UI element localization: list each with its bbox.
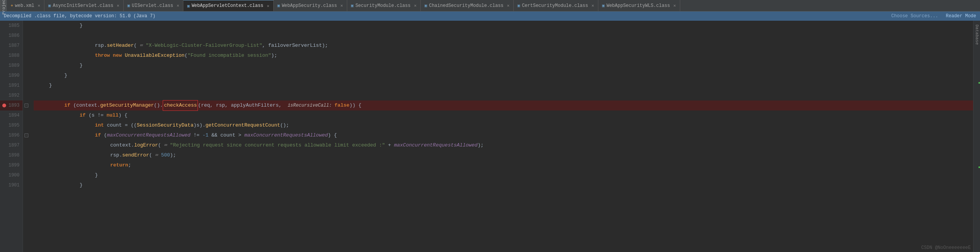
close-icon[interactable]: ✕	[38, 3, 40, 8]
line-num: 1893	[8, 103, 20, 108]
space	[110, 51, 113, 61]
punct: (	[86, 110, 92, 120]
line-num: 1894	[8, 113, 20, 118]
line-num: 1898	[8, 153, 20, 158]
reader-mode-button[interactable]: Reader Mode	[946, 13, 976, 19]
code-line-1894: if (s != null) {	[34, 110, 973, 120]
close-icon[interactable]: ✕	[267, 3, 270, 8]
fold-1896[interactable]: −	[23, 130, 30, 140]
tab-label: WebAppSecurity.class	[282, 3, 337, 8]
tab-chainedsecurity[interactable]: ▣ ChainedSecurityModule.class ✕	[421, 0, 514, 11]
tab-securitymodule[interactable]: ▣ SecurityModule.class ✕	[347, 0, 421, 11]
database-sidebar-label[interactable]: Database	[975, 25, 979, 45]
punct: ,	[262, 41, 268, 51]
brace: }	[49, 81, 52, 91]
var-context: context	[76, 100, 97, 110]
code-line-1887: rsp.setHeader( ≔ "X-WebLogic-Cluster-Fai…	[34, 41, 973, 51]
code-line-1888: throw new UnavailableException("Found in…	[34, 51, 973, 61]
kw-return: return	[110, 160, 128, 170]
var-maxConcurrent2: maxConcurrentRequestsAllowed	[244, 130, 328, 140]
punct: (	[198, 100, 201, 110]
line-1893[interactable]: 1893	[0, 100, 23, 110]
brace: }	[80, 180, 83, 190]
line-num: 1889	[8, 63, 20, 68]
cls-unavailable: UnavailableException	[125, 51, 185, 61]
var-req: req	[201, 100, 210, 110]
close-icon[interactable]: ✕	[591, 3, 594, 8]
close-icon[interactable]: ✕	[414, 3, 416, 8]
project-sidebar-label[interactable]: Project	[0, 0, 7, 11]
punct: = ((	[122, 120, 137, 130]
code-line-1885: }	[34, 21, 973, 31]
kw-false: false	[335, 100, 350, 110]
fold-1897	[23, 140, 30, 150]
tab-webxml[interactable]: ⌖ web.xml ✕	[7, 0, 44, 11]
xml-icon: ⌖	[11, 3, 13, 8]
method-logError: logError	[134, 140, 158, 150]
fold-1886	[23, 31, 30, 41]
line-1899: 1899	[0, 160, 23, 170]
tab-uiservlet[interactable]: ▣ UIServlet.class ✕	[124, 0, 183, 11]
code-editor[interactable]: } rsp.setHeader( ≔ "X-WebLogic-Cluster-F…	[30, 21, 973, 252]
choose-sources-button[interactable]: Choose Sources...	[891, 13, 938, 19]
line-num: 1901	[8, 183, 20, 188]
right-sidebar: Database	[973, 21, 980, 252]
line-gutter: 1885 1886 1887 1888 1889 1890 1891 1892 …	[0, 21, 23, 252]
tab-certsecurity[interactable]: ▣ CertSecurityModule.class ✕	[514, 0, 598, 11]
brace: }	[80, 61, 83, 71]
fold-1893[interactable]: −	[23, 100, 30, 110]
tab-label: WebAppSecurityWLS.class	[606, 3, 670, 8]
close-icon[interactable]: ✕	[673, 3, 676, 8]
close-icon[interactable]: ✕	[340, 3, 343, 8]
var-rsp: rsp	[95, 41, 104, 51]
fold-1895	[23, 120, 30, 130]
fold-1885	[23, 21, 30, 31]
punct: );	[271, 51, 277, 61]
line-1892: 1892	[0, 91, 23, 100]
tab-asyncinit[interactable]: ▣ AsyncInitServlet.class ✕	[44, 0, 124, 11]
punct: (	[134, 41, 137, 51]
str-1: "X-WebLogic-Cluster-FailoverGroup-List"	[146, 41, 262, 51]
close-icon[interactable]: ✕	[507, 3, 510, 8]
var-count: count	[107, 120, 122, 130]
line-num: 1888	[8, 53, 20, 58]
var-s: s	[91, 110, 95, 120]
line-1888: 1888	[0, 51, 23, 61]
code-line-1889: }	[34, 61, 973, 71]
fold-1894	[23, 110, 30, 120]
class-icon: ▣	[127, 3, 130, 8]
punct: );	[170, 150, 176, 160]
class-icon: ▣	[602, 3, 605, 8]
class-icon: ▣	[187, 3, 190, 8]
punct: +	[385, 140, 394, 150]
line-1895: 1895	[0, 120, 23, 130]
tab-webappservlet[interactable]: ▣ WebAppServletContext.class ✕	[183, 0, 273, 11]
brace: }	[95, 170, 98, 180]
line-num: 1886	[8, 33, 20, 38]
tab-label: SecurityModule.class	[355, 3, 410, 8]
fold-icon[interactable]: −	[24, 104, 28, 107]
code-line-1901: }	[34, 180, 973, 190]
str-hint2: ≔	[161, 140, 170, 150]
var-maxConcurrent: maxConcurrentRequestsAllowed	[107, 130, 190, 140]
line-1887: 1887	[0, 41, 23, 51]
fold-1899	[23, 160, 30, 170]
line-num: 1895	[8, 123, 20, 128]
close-icon[interactable]: ✕	[117, 3, 119, 8]
fold-1901	[23, 180, 30, 190]
class-icon: ▣	[351, 3, 354, 8]
tab-webappsecuritywls[interactable]: ▣ WebAppSecurityWLS.class ✕	[598, 0, 680, 11]
kw-new: new	[113, 51, 122, 61]
method-checkAccess-highlighted: checkAccess	[163, 100, 198, 111]
line-1898: 1898	[0, 150, 23, 160]
class-icon: ▣	[278, 3, 280, 8]
punct: (	[101, 130, 107, 140]
fold-icon[interactable]: −	[24, 133, 28, 137]
tab-webappsecurity[interactable]: ▣ WebAppSecurity.class ✕	[274, 0, 347, 11]
line-1900: 1900	[0, 170, 23, 180]
punct: &&	[208, 130, 220, 140]
code-line-1890: }	[34, 71, 973, 81]
watermark-text: CSDN @NoOneeeeeeeE	[921, 245, 971, 250]
close-icon[interactable]: ✕	[176, 3, 179, 8]
line-num: 1896	[8, 133, 20, 138]
